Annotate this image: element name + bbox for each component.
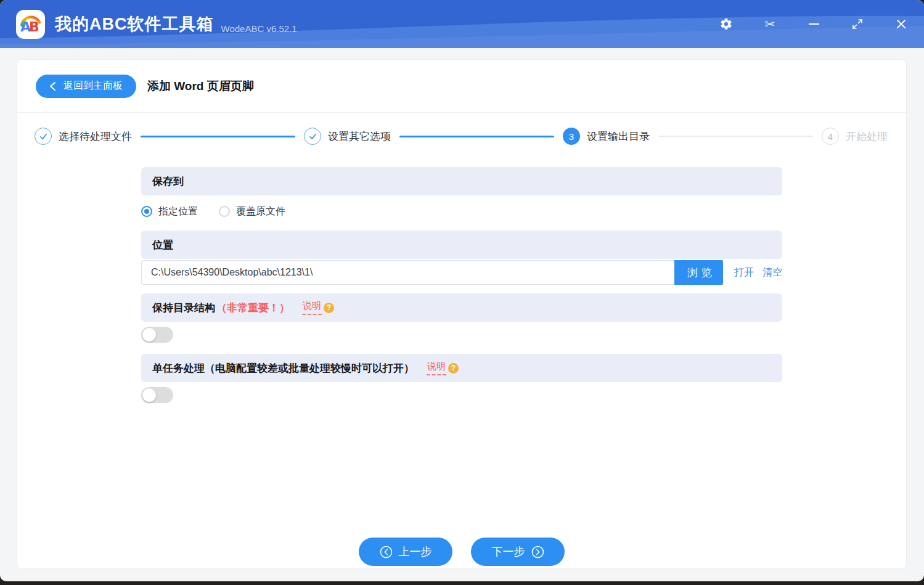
step-label: 设置输出目录	[587, 129, 650, 144]
step-done-check-icon	[304, 128, 321, 145]
app-title: 我的ABC软件工具箱	[55, 13, 214, 35]
chevron-left-icon	[49, 81, 56, 91]
single-task-section-header: 单任务处理（电脑配置较差或批量处理较慢时可以打开） 说明 ?	[141, 354, 782, 382]
step-label: 设置其它选项	[328, 129, 391, 144]
step-number-badge: 3	[563, 128, 580, 145]
main-panel: 返回到主面板 添加 Word 页眉页脚 选择待处理文件 设置其它选项 3	[17, 59, 907, 569]
back-button-label: 返回到主面板	[63, 80, 123, 92]
step-number-badge: 4	[822, 128, 839, 145]
save-to-radio-group: 指定位置 覆盖原文件	[141, 203, 782, 219]
prev-step-label: 上一步	[399, 544, 432, 559]
question-mark-icon[interactable]: ?	[448, 363, 459, 374]
minimize-icon[interactable]	[806, 16, 822, 32]
step-start-processing: 4 开始处理	[822, 128, 888, 145]
single-task-toggle-off[interactable]	[141, 387, 173, 403]
step-label: 选择待处理文件	[59, 129, 132, 144]
window-controls: ✂	[718, 0, 909, 48]
question-mark-icon[interactable]: ?	[324, 303, 334, 313]
radio-selected-icon	[141, 206, 152, 217]
step-connector	[141, 136, 295, 137]
next-step-label: 下一步	[492, 544, 525, 559]
output-path-input[interactable]	[141, 260, 674, 285]
titlebar: A B 我的ABC软件工具箱 WodeABC v6.52.1 ✂	[0, 0, 924, 48]
step-set-output-dir: 3 设置输出目录	[563, 128, 650, 145]
keep-structure-help-link[interactable]: 说明	[302, 300, 322, 315]
save-to-section-header: 保存到	[141, 167, 782, 195]
single-task-title: 单任务处理（电脑配置较差或批量处理较慢时可以打开）	[152, 361, 414, 375]
clear-path-link[interactable]: 清空	[763, 266, 782, 279]
toggle-knob	[142, 328, 156, 342]
keep-structure-toggle-off[interactable]	[141, 327, 173, 343]
wizard-nav: 上一步 下一步	[17, 538, 906, 566]
step-done-check-icon	[35, 128, 52, 145]
save-to-title: 保存到	[152, 174, 184, 189]
svg-text:B: B	[29, 19, 39, 35]
next-step-button[interactable]: 下一步	[471, 538, 565, 566]
panel-header: 返回到主面板 添加 Word 页眉页脚	[17, 60, 906, 113]
step-select-files: 选择待处理文件	[35, 128, 132, 145]
location-section-header: 位置	[141, 231, 782, 259]
output-settings-form: 保存到 指定位置 覆盖原文件 位置 浏览 打开 清空	[141, 167, 782, 403]
open-folder-link[interactable]: 打开	[734, 266, 754, 279]
screenshot-scissors-icon[interactable]: ✂	[762, 16, 778, 32]
radio-label: 指定位置	[158, 205, 198, 218]
maximize-icon[interactable]	[849, 16, 865, 32]
app-logo: A B	[16, 10, 45, 39]
step-set-options: 设置其它选项	[304, 128, 391, 145]
important-note: （非常重要！）	[216, 301, 290, 315]
location-path-row: 浏览 打开 清空	[141, 260, 782, 285]
single-task-help-link[interactable]: 说明	[427, 361, 446, 375]
wizard-stepper: 选择待处理文件 设置其它选项 3 设置输出目录 4 开始处理	[17, 113, 906, 153]
back-to-dashboard-button[interactable]: 返回到主面板	[36, 75, 136, 98]
radio-label: 覆盖原文件	[236, 205, 285, 218]
app-version: WodeABC v6.52.1	[221, 23, 297, 34]
browse-button[interactable]: 浏览	[674, 260, 723, 285]
circle-arrow-right-icon	[531, 546, 544, 558]
radio-specified-location[interactable]: 指定位置	[141, 205, 198, 218]
circle-arrow-left-icon	[380, 546, 393, 558]
keep-structure-title: 保持目录结构	[152, 301, 215, 315]
close-icon[interactable]	[893, 16, 909, 32]
step-connector	[399, 136, 554, 137]
location-title: 位置	[152, 238, 173, 252]
radio-unselected-icon	[219, 206, 230, 217]
settings-gear-icon[interactable]	[718, 16, 734, 32]
page-title: 添加 Word 页眉页脚	[147, 78, 254, 94]
toggle-knob	[142, 388, 156, 402]
step-label: 开始处理	[846, 129, 888, 144]
keep-structure-section-header: 保持目录结构 （非常重要！） 说明 ?	[141, 293, 782, 322]
prev-step-button[interactable]: 上一步	[359, 538, 452, 566]
step-connector	[658, 136, 813, 137]
radio-overwrite-original[interactable]: 覆盖原文件	[219, 205, 285, 218]
app-window: A B 我的ABC软件工具箱 WodeABC v6.52.1 ✂	[0, 0, 924, 581]
